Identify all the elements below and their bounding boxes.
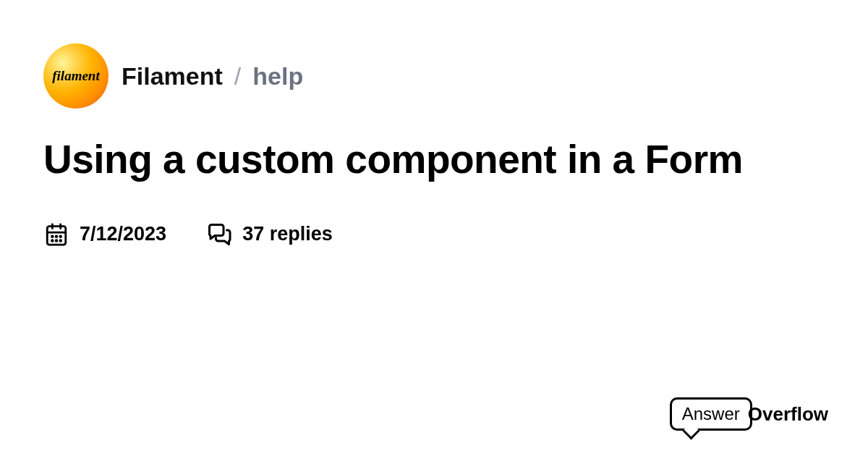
- svg-point-6: [60, 235, 61, 237]
- community-avatar: filament: [43, 43, 109, 109]
- date-text: 7/12/2023: [80, 223, 166, 245]
- breadcrumb-community[interactable]: Filament: [122, 62, 223, 90]
- svg-point-7: [51, 240, 53, 241]
- replies-text: 37 replies: [242, 223, 333, 245]
- meta-replies: 37 replies: [206, 221, 333, 248]
- meta-date: 7/12/2023: [43, 221, 166, 248]
- brand-part2: Overflow: [748, 403, 828, 426]
- svg-point-4: [51, 235, 53, 237]
- breadcrumb-separator: /: [234, 62, 241, 90]
- svg-point-9: [60, 240, 61, 241]
- calendar-icon: [43, 221, 69, 248]
- svg-point-5: [56, 235, 57, 237]
- post-meta: 7/12/2023 37 replies: [43, 221, 825, 248]
- breadcrumb: Filament / help: [122, 62, 303, 90]
- header: filament Filament / help: [43, 43, 825, 109]
- avatar-label: filament: [52, 68, 99, 84]
- replies-icon: [206, 221, 232, 248]
- breadcrumb-channel[interactable]: help: [252, 62, 303, 90]
- svg-point-8: [56, 240, 57, 241]
- post-title: Using a custom component in a Form: [43, 138, 825, 182]
- brand-logo[interactable]: Answer Overflow: [670, 397, 828, 431]
- brand-part1: Answer: [670, 397, 752, 431]
